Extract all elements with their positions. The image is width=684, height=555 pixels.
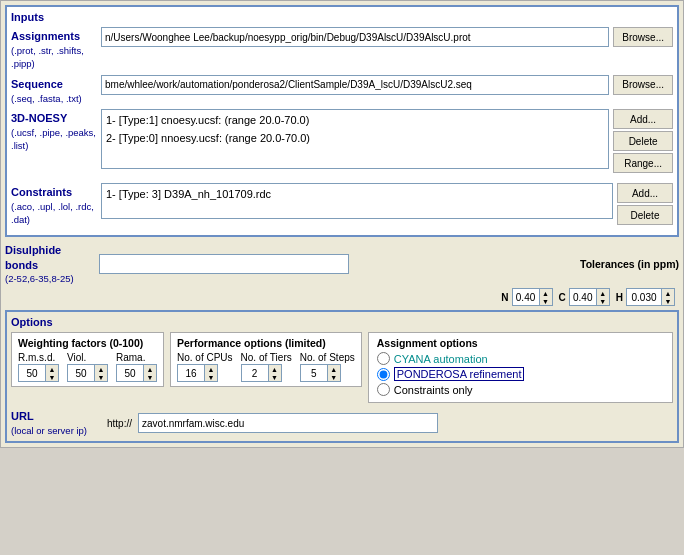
tolerance-h-group: H ▲ ▼ xyxy=(616,288,675,306)
sequence-label: Sequence (.seq, .fasta, .txt) xyxy=(11,75,101,105)
sequence-browse-button[interactable]: Browse... xyxy=(613,75,673,95)
performance-title: Performance options (limited) xyxy=(177,337,355,349)
assignment-options-title: Assignment options xyxy=(377,337,664,349)
noesy-add-button[interactable]: Add... xyxy=(613,109,673,129)
rama-up[interactable]: ▲ xyxy=(144,365,156,373)
cpus-label: No. of CPUs xyxy=(177,352,233,363)
tolerances-title: Tolerances (in ppm) xyxy=(580,258,679,270)
constraints-only-label: Constraints only xyxy=(394,384,473,396)
inputs-title: Inputs xyxy=(11,11,673,23)
ponderosa-label: PONDEROSA refinement xyxy=(394,367,525,381)
tiers-up[interactable]: ▲ xyxy=(269,365,281,373)
tiers-spinner[interactable]: ▲ ▼ xyxy=(241,364,282,382)
viol-spinner[interactable]: ▲ ▼ xyxy=(67,364,108,382)
constraints-delete-button[interactable]: Delete xyxy=(617,205,673,225)
ponderosa-radio[interactable] xyxy=(377,368,390,381)
options-title: Options xyxy=(11,316,673,328)
cpus-input[interactable] xyxy=(178,365,204,381)
noesy-label: 3D-NOESY (.ucsf, .pipe, .peaks, .list) xyxy=(11,109,101,153)
tolerance-c-input[interactable] xyxy=(570,289,596,305)
tiers-spinner-group: No. of Tiers ▲ ▼ xyxy=(241,352,292,382)
constraints-listbox[interactable]: 1- [Type: 3] D39A_nh_101709.rdc xyxy=(101,183,613,219)
assignments-input[interactable] xyxy=(101,27,609,47)
noesy-listbox[interactable]: 1- [Type:1] cnoesy.ucsf: (range 20.0-70.… xyxy=(101,109,609,169)
cpus-spinner[interactable]: ▲ ▼ xyxy=(177,364,218,382)
rmsd-down[interactable]: ▼ xyxy=(46,373,58,381)
rmsd-spinner-group: R.m.s.d. ▲ ▼ xyxy=(18,352,59,382)
cyana-label: CYANA automation xyxy=(394,353,488,365)
url-prefix: http:// xyxy=(107,418,132,429)
cyana-radio[interactable] xyxy=(377,352,390,365)
cpus-down[interactable]: ▼ xyxy=(205,373,217,381)
tolerance-c-group: C ▲ ▼ xyxy=(559,288,610,306)
tiers-input[interactable] xyxy=(242,365,268,381)
viol-spinner-group: Viol. ▲ ▼ xyxy=(67,352,108,382)
steps-spinner-group: No. of Steps ▲ ▼ xyxy=(300,352,355,382)
constraints-label: Constraints (.aco, .upl, .lol, .rdc, .da… xyxy=(11,183,101,227)
steps-up[interactable]: ▲ xyxy=(328,365,340,373)
tolerance-n-label: N xyxy=(501,292,508,303)
cpus-spinner-group: No. of CPUs ▲ ▼ xyxy=(177,352,233,382)
list-item: 2- [Type:0] nnoesy.ucsf: (range 20.0-70.… xyxy=(106,130,604,148)
tolerance-h-up[interactable]: ▲ xyxy=(662,289,674,297)
rmsd-label: R.m.s.d. xyxy=(18,352,55,363)
noesy-range-button[interactable]: Range... xyxy=(613,153,673,173)
tolerance-n-down[interactable]: ▼ xyxy=(540,297,552,305)
sequence-input[interactable] xyxy=(101,75,609,95)
viol-down[interactable]: ▼ xyxy=(95,373,107,381)
tiers-down[interactable]: ▼ xyxy=(269,373,281,381)
url-label: URL (local or server ip) xyxy=(11,409,101,437)
disulfide-input[interactable] xyxy=(99,254,349,274)
steps-input[interactable] xyxy=(301,365,327,381)
viol-up[interactable]: ▲ xyxy=(95,365,107,373)
assignments-browse-button[interactable]: Browse... xyxy=(613,27,673,47)
rmsd-up[interactable]: ▲ xyxy=(46,365,58,373)
tolerance-n-input[interactable] xyxy=(513,289,539,305)
steps-down[interactable]: ▼ xyxy=(328,373,340,381)
list-item: 1- [Type:1] cnoesy.ucsf: (range 20.0-70.… xyxy=(106,112,604,130)
rama-label: Rama. xyxy=(116,352,145,363)
steps-label: No. of Steps xyxy=(300,352,355,363)
weighting-title: Weighting factors (0-100) xyxy=(18,337,157,349)
tolerance-h-label: H xyxy=(616,292,623,303)
tolerance-n-up[interactable]: ▲ xyxy=(540,289,552,297)
tolerance-c-down[interactable]: ▼ xyxy=(597,297,609,305)
rama-down[interactable]: ▼ xyxy=(144,373,156,381)
list-item: 1- [Type: 3] D39A_nh_101709.rdc xyxy=(106,186,608,204)
tolerance-n-group: N ▲ ▼ xyxy=(501,288,552,306)
url-input[interactable] xyxy=(138,413,438,433)
steps-spinner[interactable]: ▲ ▼ xyxy=(300,364,341,382)
rama-input[interactable] xyxy=(117,365,143,381)
viol-input[interactable] xyxy=(68,365,94,381)
constraints-only-radio[interactable] xyxy=(377,383,390,396)
rmsd-input[interactable] xyxy=(19,365,45,381)
tolerance-h-down[interactable]: ▼ xyxy=(662,297,674,305)
tolerance-h-input[interactable] xyxy=(627,289,661,305)
rmsd-spinner[interactable]: ▲ ▼ xyxy=(18,364,59,382)
cpus-up[interactable]: ▲ xyxy=(205,365,217,373)
rama-spinner[interactable]: ▲ ▼ xyxy=(116,364,157,382)
assignments-label: Assignments (.prot, .str, .shifts, .pipp… xyxy=(11,27,101,71)
tolerance-c-spinner[interactable]: ▲ ▼ xyxy=(569,288,610,306)
viol-label: Viol. xyxy=(67,352,86,363)
constraints-add-button[interactable]: Add... xyxy=(617,183,673,203)
noesy-delete-button[interactable]: Delete xyxy=(613,131,673,151)
rama-spinner-group: Rama. ▲ ▼ xyxy=(116,352,157,382)
tolerance-h-spinner[interactable]: ▲ ▼ xyxy=(626,288,675,306)
tolerance-n-spinner[interactable]: ▲ ▼ xyxy=(512,288,553,306)
tolerance-c-up[interactable]: ▲ xyxy=(597,289,609,297)
disulfide-label: Disulphide bonds (2-52,6-35,8-25) xyxy=(5,241,95,286)
tolerance-c-label: C xyxy=(559,292,566,303)
tiers-label: No. of Tiers xyxy=(241,352,292,363)
